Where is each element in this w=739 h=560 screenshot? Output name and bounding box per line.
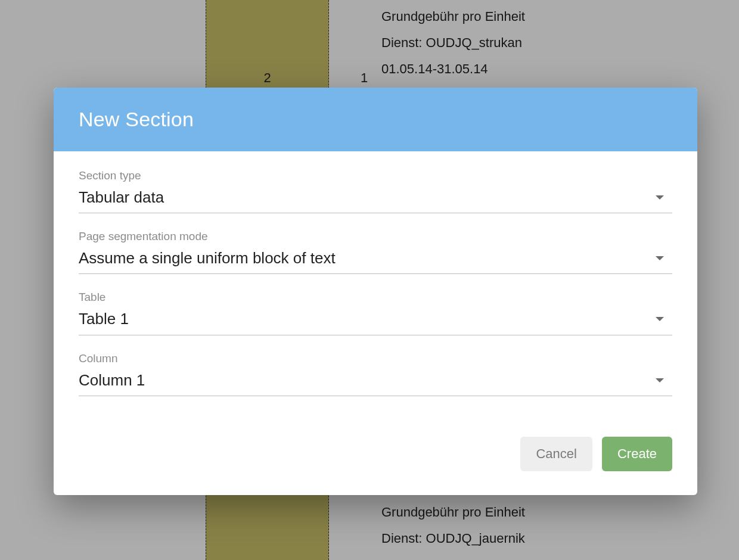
chevron-down-icon: [656, 378, 664, 382]
psm-select[interactable]: Assume a single uniform block of text: [79, 245, 672, 274]
modal-header: New Section: [54, 88, 697, 151]
field-section-type: Section type Tabular data: [79, 169, 672, 213]
chevron-down-icon: [656, 195, 664, 200]
modal-body: Section type Tabular data Page segmentat…: [54, 151, 697, 419]
field-column: Column Column 1: [79, 352, 672, 396]
section-type-label: Section type: [79, 169, 672, 182]
field-table: Table Table 1: [79, 291, 672, 335]
chevron-down-icon: [656, 317, 664, 321]
chevron-down-icon: [656, 256, 664, 260]
psm-label: Page segmentation mode: [79, 230, 672, 243]
column-value: Column 1: [79, 371, 145, 390]
section-type-value: Tabular data: [79, 188, 164, 207]
table-value: Table 1: [79, 310, 129, 328]
table-select[interactable]: Table 1: [79, 306, 672, 335]
modal-actions: Cancel Create: [54, 419, 697, 495]
cancel-button[interactable]: Cancel: [520, 437, 592, 471]
section-type-select[interactable]: Tabular data: [79, 185, 672, 213]
create-button[interactable]: Create: [602, 437, 672, 471]
field-page-segmentation-mode: Page segmentation mode Assume a single u…: [79, 230, 672, 274]
table-label: Table: [79, 291, 672, 304]
column-label: Column: [79, 352, 672, 365]
psm-value: Assume a single uniform block of text: [79, 249, 336, 267]
new-section-modal: New Section Section type Tabular data Pa…: [54, 88, 697, 495]
modal-title: New Section: [79, 108, 672, 131]
column-select[interactable]: Column 1: [79, 368, 672, 396]
